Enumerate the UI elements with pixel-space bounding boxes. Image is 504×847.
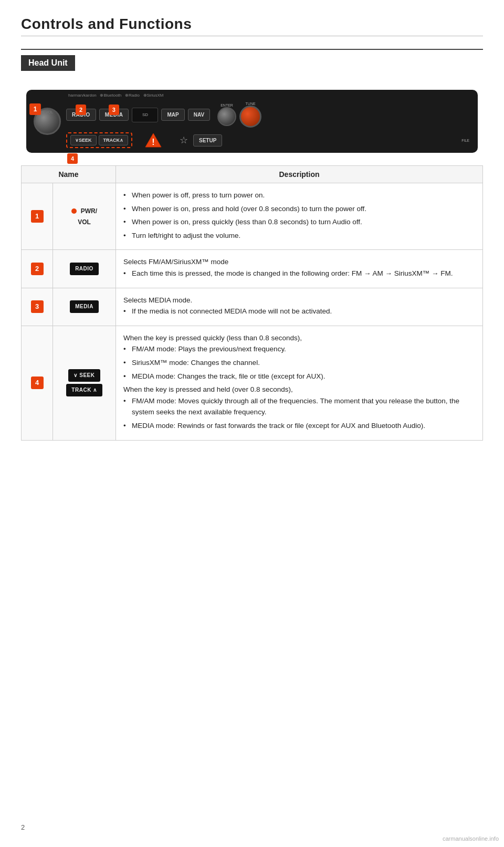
hu-center: harman/kardon ⊕Bluetooth ⊕Radio ⊕SiriusX…: [66, 93, 470, 150]
tune-label: TUNE: [246, 102, 256, 106]
row3-badge: 3: [22, 288, 53, 326]
tune-knob[interactable]: [239, 106, 261, 128]
description-table: Name Description 1 PWR/VOL When power is…: [21, 165, 483, 441]
track-button[interactable]: TRACK∧: [99, 135, 129, 145]
page-title: Controls and Functions: [21, 16, 483, 33]
list-item: SiriusXM™ mode: Changes the channel.: [123, 357, 475, 369]
media-button[interactable]: MEDIA 3: [99, 109, 129, 121]
row2-bullet-list: Each time this is pressed, the mode is c…: [123, 268, 475, 279]
list-item: When power is off, press to turn power o…: [123, 190, 475, 201]
warning-triangle: !: [144, 131, 163, 150]
row4-intro1: When the key is pressed quickly (less th…: [123, 334, 302, 342]
badge-2: 2: [76, 104, 86, 115]
media-name-btn: MEDIA: [70, 300, 99, 313]
brand-text: harman/kardon ⊕Bluetooth ⊕Radio ⊕SiriusX…: [68, 93, 164, 98]
map-button[interactable]: MAP: [161, 109, 184, 121]
hu-bottom-row: ∨SEEK TRACK∧ 4 ! ☆ SETUP FILE: [66, 131, 470, 150]
list-item: If the media is not connected MEDIA mode…: [123, 306, 475, 317]
list-item: FM/AM mode: Moves quickly through all of…: [123, 395, 475, 418]
svg-text:!: !: [152, 138, 154, 147]
seek-name-btn: ∨ SEEK: [68, 369, 100, 382]
row4-intro2: When the key is pressed and held (over 0…: [123, 385, 293, 393]
star-icon[interactable]: ☆: [180, 135, 188, 145]
badge-3: 3: [109, 104, 119, 115]
table-row: 3 MEDIA Selects MEDIA mode. If the media…: [22, 288, 483, 326]
row1-badge: 1: [22, 183, 53, 250]
list-item: MEDIA mode: Changes the track, file or t…: [123, 371, 475, 382]
title-divider: [21, 36, 483, 36]
track-name-btn: TRACK ∧: [66, 384, 102, 396]
row1-name: PWR/VOL: [53, 183, 116, 250]
page-number: 2: [21, 823, 25, 831]
table-row: 1 PWR/VOL When power is off, press to tu…: [22, 183, 483, 250]
star-area: ☆: [174, 134, 190, 146]
enter-knob[interactable]: [217, 107, 236, 126]
row3-intro: Selects MEDIA mode.: [123, 296, 192, 304]
list-item: FM/AM mode: Plays the previous/next freq…: [123, 343, 475, 355]
row1-bullet-list: When power is off, press to turn power o…: [123, 190, 475, 241]
setup-button[interactable]: SETUP: [193, 134, 222, 147]
nav-button[interactable]: NAV: [188, 109, 210, 121]
row4-desc: When the key is pressed quickly (less th…: [116, 326, 483, 440]
head-unit-section: Head Unit: [21, 49, 483, 79]
vol-label: VOL: [46, 110, 53, 114]
badge-1: 1: [29, 103, 41, 115]
row3-name: MEDIA: [53, 288, 116, 326]
row3-bullet-list: If the media is not connected MEDIA mode…: [123, 306, 475, 317]
col-name-header: Name: [22, 166, 116, 183]
badge-4: 4: [67, 153, 78, 164]
row2-name: RADIO: [53, 250, 116, 288]
list-item: When power is on, press quickly (less th…: [123, 216, 475, 228]
head-unit-image: PWR VOL 1 harman/kardon ⊕Bluetooth ⊕Radi…: [26, 90, 478, 153]
row2-desc: Selects FM/AM/SiriusXM™ mode Each time t…: [116, 250, 483, 288]
list-item: When power is on, press and hold (over 0…: [123, 203, 475, 215]
radio-button[interactable]: RADIO 2: [66, 109, 96, 121]
sd-label: SD: [142, 112, 148, 117]
pwr-dot: [71, 208, 77, 214]
pwr-vol-label: PWR/VOL: [78, 207, 97, 226]
row4-bullet-list1: FM/AM mode: Plays the previous/next freq…: [123, 343, 475, 382]
row4-bullet-list2: FM/AM mode: Moves quickly through all of…: [123, 395, 475, 432]
table-row: 4 ∨ SEEK TRACK ∧ When the key is pressed…: [22, 326, 483, 440]
list-item: Each time this is pressed, the mode is c…: [123, 268, 475, 279]
enter-label: ENTER: [220, 103, 233, 107]
section-header: Head Unit: [21, 55, 75, 71]
seek-track-group: ∨SEEK TRACK∧ 4: [66, 132, 132, 148]
watermark: carmanualsonline.info: [443, 835, 499, 842]
hu-top-row: RADIO 2 MEDIA 3 SD MAP NAV ENTER TUNE: [66, 102, 470, 128]
seek-button[interactable]: ∨SEEK: [70, 135, 97, 145]
table-row: 2 RADIO Selects FM/AM/SiriusXM™ mode Eac…: [22, 250, 483, 288]
row2-badge: 2: [22, 250, 53, 288]
row3-desc: Selects MEDIA mode. If the media is not …: [116, 288, 483, 326]
col-desc-header: Description: [116, 166, 483, 183]
row1-desc: When power is off, press to turn power o…: [116, 183, 483, 250]
radio-name-btn: RADIO: [70, 263, 99, 275]
sd-slot: SD: [132, 108, 158, 122]
row4-badge: 4: [22, 326, 53, 440]
row2-intro: Selects FM/AM/SiriusXM™ mode: [123, 258, 228, 266]
row4-name: ∨ SEEK TRACK ∧: [53, 326, 116, 440]
list-item: MEDIA mode: Rewinds or fast forwards the…: [123, 420, 475, 432]
file-label: FILE: [461, 139, 469, 142]
list-item: Turn left/right to adjust the volume.: [123, 230, 475, 242]
